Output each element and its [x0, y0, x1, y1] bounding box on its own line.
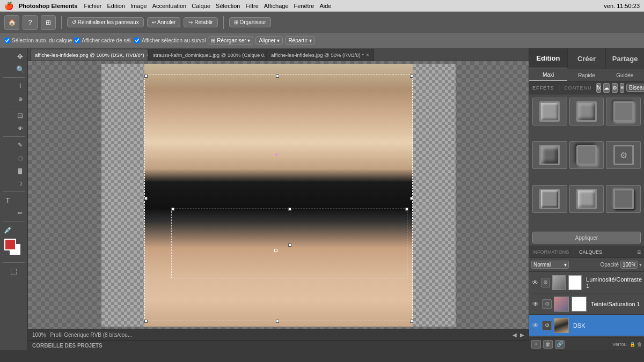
fx-icon[interactable]: fx: [596, 83, 602, 93]
effect-item-1[interactable]: [569, 98, 604, 125]
layer-row-1[interactable]: 👁 ⚙ Teinte/Saturation 1: [529, 293, 644, 315]
page-icon[interactable]: ≡: [620, 83, 624, 93]
tab-creer[interactable]: Créer: [568, 48, 606, 69]
subtab-maxi[interactable]: Maxi: [529, 69, 567, 81]
apple-menu[interactable]: 🍎: [4, 2, 13, 10]
tab-partage[interactable]: Partage: [606, 48, 644, 69]
menu-selection[interactable]: Sélection: [216, 3, 240, 9]
recompose-tool[interactable]: ⊡: [14, 109, 28, 121]
foreground-color[interactable]: [4, 239, 16, 250]
new-layer-btn[interactable]: +: [531, 340, 541, 349]
tab-0[interactable]: affiche-les-infideles.png @ 100% (DSK, R…: [30, 49, 148, 61]
straighten-tool[interactable]: ⌖: [0, 122, 13, 134]
aligner-button[interactable]: Aligner ▾: [255, 36, 283, 45]
layer-settings-0[interactable]: ⚙: [541, 278, 550, 287]
blur-tool[interactable]: ◎: [0, 178, 13, 189]
effect-item-2[interactable]: [606, 98, 641, 125]
subtab-rapide[interactable]: Rapide: [567, 69, 605, 81]
opacity-chevron[interactable]: ▾: [639, 262, 642, 268]
effect-item-3[interactable]: [532, 141, 567, 169]
layer-settings-1[interactable]: ⚙: [542, 299, 552, 309]
menu-affichage[interactable]: Affichage: [264, 3, 289, 9]
menu-calque[interactable]: Calque: [192, 3, 210, 9]
marquee-tool[interactable]: ▭: [0, 80, 13, 92]
type-tool[interactable]: T: [2, 194, 26, 206]
close-tab-2[interactable]: ×: [366, 52, 369, 58]
menu-fenetre[interactable]: Fenêtre: [294, 3, 314, 9]
pencil-tool[interactable]: ✏: [14, 207, 28, 219]
reinitialiser-button[interactable]: ↺ Réinitialiser les panneaux: [67, 17, 144, 27]
home-icon[interactable]: 🏠: [4, 15, 19, 30]
afficher-cadre-checkbox[interactable]: [74, 38, 80, 43]
effect-item-7[interactable]: [569, 185, 604, 213]
effect-item-0[interactable]: [532, 98, 567, 125]
shape-tool[interactable]: ★: [0, 207, 13, 219]
scroll-right-btn[interactable]: ▶: [520, 332, 524, 338]
tab-1[interactable]: strauss-kahn_dominique1.jpg @ 100% (Calq…: [148, 49, 266, 61]
delete-layer-btn[interactable]: 🗑: [543, 340, 553, 349]
gradient-tool[interactable]: ▓: [14, 165, 28, 176]
afficher-selection-checkbox[interactable]: [134, 38, 140, 43]
subtab-guidee[interactable]: Guidée: [606, 69, 644, 81]
effect-item-4[interactable]: [569, 141, 604, 169]
selection-auto-option[interactable]: Sélection auto. du calque: [4, 38, 72, 43]
help-icon[interactable]: ?: [23, 15, 38, 30]
apply-button[interactable]: Appliquer: [532, 232, 641, 243]
eye-dropper-tool[interactable]: 💉: [2, 224, 26, 235]
quick-selection-tool[interactable]: ⊛: [14, 93, 28, 105]
delete-icon[interactable]: 🗑: [637, 342, 642, 347]
afficher-selection-option[interactable]: Afficher sélection au survol: [134, 38, 206, 43]
eraser-tool[interactable]: ◻: [14, 152, 28, 164]
opacity-input[interactable]: [620, 261, 638, 269]
reorganiser-button[interactable]: ⊞ Réorganiser ▾: [208, 36, 253, 45]
lock-icon[interactable]: 🔒: [630, 342, 635, 347]
clone-stamp-tool[interactable]: ✎: [14, 139, 28, 151]
organiseur-button[interactable]: ⊞ Organiseur: [229, 17, 271, 27]
gear-effects-icon[interactable]: ⚙: [612, 83, 618, 93]
effect-item-5[interactable]: ⚙: [606, 141, 641, 169]
paint-bucket-tool[interactable]: ⬛: [0, 165, 13, 176]
transparent-left: [101, 64, 144, 327]
blend-mode-select[interactable]: Normal ▾: [531, 261, 569, 269]
zoom-tool[interactable]: 🔍: [14, 63, 28, 75]
tab-2[interactable]: affiche-les-infideles.jpg @ 50% (RVB/8) …: [266, 49, 374, 61]
menu-image[interactable]: Image: [130, 3, 147, 9]
retablir-button[interactable]: ↪ Rétablir: [184, 17, 217, 27]
hand-tool[interactable]: ✋: [0, 63, 13, 75]
magic-wand-tool[interactable]: ✦: [0, 93, 13, 105]
layer-settings-2[interactable]: ⚙: [542, 321, 552, 330]
dodge-tool[interactable]: ☽: [14, 178, 28, 189]
link-layers-btn[interactable]: 🔗: [555, 340, 565, 349]
effect-item-8[interactable]: [606, 185, 641, 213]
selection-auto-checkbox[interactable]: [4, 38, 10, 43]
grid-icon[interactable]: ⊞: [41, 15, 56, 30]
repartir-button[interactable]: Répartir ▾: [285, 36, 314, 45]
menu-fichier[interactable]: Fichier: [84, 3, 101, 9]
crop-tool[interactable]: ⛶: [0, 109, 13, 121]
annuler-button[interactable]: ↩ Annuler: [147, 17, 181, 27]
layer-eye-2[interactable]: 👁: [531, 321, 540, 330]
quick-mask-btn[interactable]: ⬚: [2, 265, 26, 277]
effects-dropdown[interactable]: Biseautages: [626, 84, 644, 92]
red-eye-tool[interactable]: 👁: [14, 122, 28, 134]
menu-aide[interactable]: Aide: [319, 3, 331, 9]
selection-tool[interactable]: ⊹: [0, 50, 13, 62]
layer-eye-1[interactable]: 👁: [531, 300, 540, 308]
menu-edition[interactable]: Edition: [107, 3, 125, 9]
canvas-scroll[interactable]: ✦: [28, 61, 529, 329]
afficher-cadre-option[interactable]: Afficher cadre de sél.: [74, 38, 132, 43]
menu-filtre[interactable]: Filtre: [245, 3, 258, 9]
layers-panel-menu[interactable]: ≡: [637, 248, 641, 256]
layer-row-0[interactable]: 👁 ⚙ Luminosité/Contraste 1: [529, 272, 644, 293]
layer-row-2[interactable]: 👁 ⚙ DSK: [529, 315, 644, 336]
move-tool[interactable]: ✥: [14, 50, 28, 62]
lasso-tool[interactable]: ⌇: [14, 80, 28, 92]
layer-eye-0[interactable]: 👁: [531, 278, 539, 287]
scroll-left-btn[interactable]: ◀: [513, 332, 517, 338]
menu-accentuation[interactable]: Accentuation: [152, 3, 187, 9]
spot-healing-tool[interactable]: ✚: [0, 139, 13, 151]
tab-edition[interactable]: Edition: [529, 48, 568, 69]
brush-tool[interactable]: 🖌: [0, 152, 13, 164]
cloud-icon[interactable]: ☁: [603, 83, 610, 93]
effect-item-6[interactable]: [532, 185, 567, 213]
